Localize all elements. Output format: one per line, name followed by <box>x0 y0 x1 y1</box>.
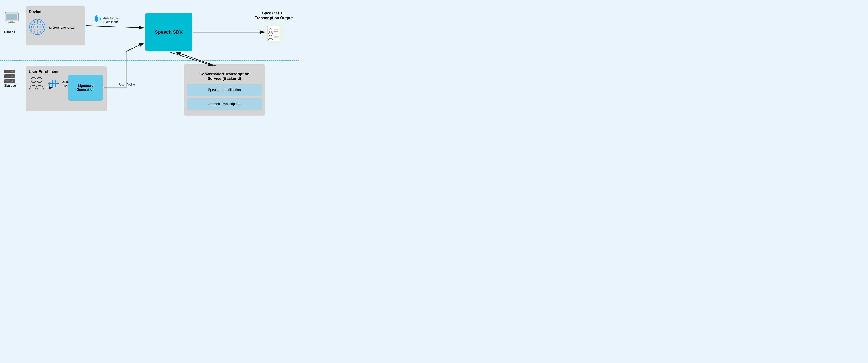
svg-rect-59 <box>99 16 99 22</box>
speech-sdk-box: Speech SDK <box>145 13 192 51</box>
svg-text:Multichannel: Multichannel <box>102 17 120 20</box>
svg-rect-39 <box>49 82 50 86</box>
cts-box: Conversation Transcription Service (Back… <box>184 64 265 116</box>
svg-point-23 <box>31 29 32 30</box>
svg-rect-55 <box>94 18 94 20</box>
output-title: Speaker ID + Transcription Output <box>255 11 293 21</box>
svg-rect-7 <box>5 71 10 72</box>
svg-point-32 <box>34 29 35 30</box>
diagram-container: Client Server Device <box>0 0 299 124</box>
svg-point-15 <box>37 20 38 22</box>
svg-line-54 <box>86 26 144 28</box>
svg-point-26 <box>34 21 35 23</box>
svg-point-37 <box>37 78 42 83</box>
user-voice-wave-icon <box>48 79 59 89</box>
svg-point-17 <box>42 24 43 26</box>
signature-generation-label: Signature Generation <box>76 84 94 92</box>
microphone-array-label: Microphone Array <box>49 25 74 30</box>
client-label: Client <box>4 30 15 34</box>
svg-rect-42 <box>54 81 55 86</box>
device-box: Device <box>26 6 86 45</box>
svg-rect-40 <box>51 81 52 87</box>
section-divider <box>0 60 299 61</box>
svg-point-22 <box>34 31 35 32</box>
svg-point-20 <box>40 31 41 32</box>
svg-rect-58 <box>97 17 98 21</box>
signature-generation-box: Signature Generation <box>68 75 102 101</box>
svg-rect-3 <box>10 21 13 23</box>
speech-sdk-label: Speech SDK <box>155 29 183 35</box>
svg-rect-57 <box>96 16 97 22</box>
client-icon <box>4 11 19 27</box>
device-title: Device <box>29 10 82 14</box>
svg-point-9 <box>11 76 13 77</box>
output-icon <box>263 23 284 44</box>
svg-rect-41 <box>52 80 53 88</box>
svg-point-6 <box>11 71 13 72</box>
svg-rect-60 <box>100 18 101 20</box>
users-icon <box>29 76 45 92</box>
speech-transcription-label: Speech Transcription <box>208 102 240 106</box>
svg-point-33 <box>33 26 34 28</box>
speaker-identification-label: Speaker Identification <box>208 88 241 92</box>
svg-point-27 <box>37 23 38 24</box>
server-icon <box>3 68 16 89</box>
svg-point-36 <box>31 78 36 83</box>
svg-rect-44 <box>57 82 58 86</box>
svg-line-65 <box>175 52 216 66</box>
output-area: Speaker ID + Transcription Output <box>255 11 293 44</box>
cts-title: Conversation Transcription Service (Back… <box>187 67 262 81</box>
microphone-array-icon <box>29 19 46 36</box>
svg-point-34 <box>34 24 35 25</box>
svg-text:Audio Input: Audio Input <box>102 20 118 24</box>
svg-point-18 <box>43 26 44 28</box>
speaker-identification-box: Speaker Identification <box>187 84 262 96</box>
svg-point-12 <box>11 81 13 82</box>
svg-point-24 <box>31 26 32 28</box>
svg-rect-13 <box>5 81 10 81</box>
svg-point-19 <box>42 29 43 30</box>
svg-rect-43 <box>55 80 56 87</box>
svg-point-29 <box>40 26 42 28</box>
svg-rect-56 <box>95 16 95 21</box>
svg-point-21 <box>37 32 38 34</box>
svg-text:User Profile: User Profile <box>119 83 135 86</box>
svg-line-64 <box>169 52 214 66</box>
svg-rect-2 <box>6 14 17 20</box>
svg-point-16 <box>40 21 41 23</box>
svg-point-35 <box>37 26 38 28</box>
svg-point-31 <box>37 30 38 31</box>
svg-point-25 <box>32 24 33 25</box>
device-inner: Microphone Array <box>29 19 82 36</box>
speech-transcription-box: Speech Transcription <box>187 98 262 110</box>
svg-point-30 <box>39 29 40 30</box>
svg-point-28 <box>39 24 40 25</box>
enrollment-title: User Enrollment <box>29 69 104 74</box>
svg-rect-10 <box>5 76 10 76</box>
svg-rect-4 <box>8 23 16 23</box>
